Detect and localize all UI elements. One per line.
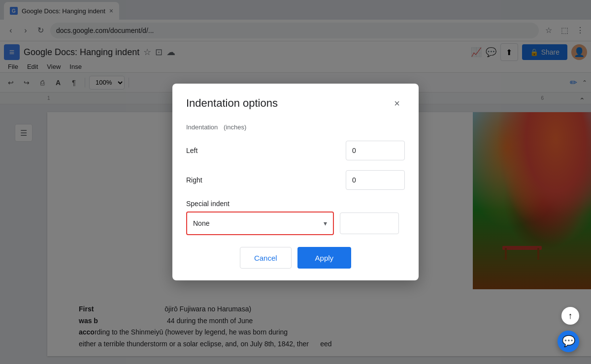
special-indent-value-input[interactable] xyxy=(340,212,399,234)
special-indent-row: Special indent None First line Hanging ▾ xyxy=(186,200,405,235)
special-select-wrapper: None First line Hanging ▾ xyxy=(186,212,334,235)
left-indent-row: Left xyxy=(186,141,405,160)
indentation-section-label: Indentation (inches) xyxy=(186,123,405,131)
mini-fab[interactable]: ↑ xyxy=(561,307,579,325)
dialog-close-button[interactable]: × xyxy=(389,95,405,111)
indentation-dialog: Indentation options × Indentation (inche… xyxy=(172,84,419,280)
dialog-header: Indentation options × xyxy=(186,95,405,111)
cancel-button[interactable]: Cancel xyxy=(240,247,292,269)
fab-icon: 💬 xyxy=(562,335,575,348)
right-indent-input[interactable] xyxy=(346,170,405,190)
special-indent-select[interactable]: None First line Hanging xyxy=(187,212,333,234)
close-icon: × xyxy=(394,98,400,109)
dialog-footer: Cancel Apply xyxy=(186,247,405,269)
left-indent-input[interactable] xyxy=(346,141,405,160)
modal-overlay[interactable]: Indentation options × Indentation (inche… xyxy=(0,0,591,364)
right-indent-row: Right xyxy=(186,170,405,190)
indentation-label-text: Indentation xyxy=(186,123,218,131)
special-indent-label: Special indent xyxy=(186,200,405,208)
special-indent-controls: None First line Hanging ▾ xyxy=(186,212,405,235)
indentation-unit-text: (inches) xyxy=(224,123,246,131)
dialog-title: Indentation options xyxy=(186,97,278,110)
mini-fab-icon: ↑ xyxy=(568,311,573,321)
right-label: Right xyxy=(186,176,245,184)
left-label: Left xyxy=(186,147,245,154)
main-fab[interactable]: 💬 xyxy=(558,331,579,352)
apply-button[interactable]: Apply xyxy=(297,247,352,269)
